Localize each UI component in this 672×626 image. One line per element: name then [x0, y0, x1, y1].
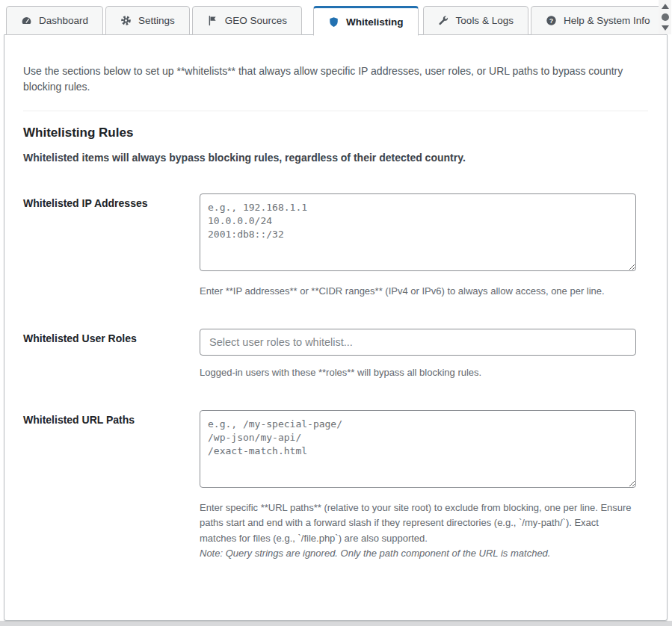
tab-geo-sources[interactable]: GEO Sources	[192, 6, 302, 35]
ip-addresses-row: Whitelisted IP Addresses Enter **IP addr…	[23, 193, 648, 299]
user-roles-help: Logged-in users with these **roles** wil…	[200, 365, 636, 380]
url-paths-row: Whitelisted URL Paths Enter specific **U…	[23, 410, 648, 561]
scrollbar-thumb[interactable]	[662, 13, 669, 21]
tab-bar: Dashboard Settings GEO Sources Whitelist…	[6, 6, 650, 35]
tab-whitelisting[interactable]: Whitelisting	[313, 6, 419, 36]
tab-label: GEO Sources	[225, 15, 287, 26]
tab-label: Tools & Logs	[456, 15, 514, 26]
flag-icon	[207, 15, 218, 26]
wrench-icon	[438, 15, 449, 26]
tab-label: Whitelisting	[346, 16, 404, 28]
ip-addresses-textarea[interactable]	[200, 193, 636, 271]
ip-addresses-help: Enter **IP addresses** or **CIDR ranges*…	[200, 284, 636, 299]
scroll-down-arrow-icon[interactable]	[662, 25, 669, 31]
gear-icon	[120, 15, 132, 26]
tab-dashboard[interactable]: Dashboard	[6, 6, 103, 35]
url-paths-help: Enter specific **URL paths** (relative t…	[200, 501, 636, 561]
url-paths-textarea[interactable]	[200, 410, 636, 488]
intro-text: Use the sections below to set up **white…	[23, 63, 648, 111]
tab-label: Settings	[138, 15, 175, 26]
dashboard-icon	[21, 15, 32, 26]
user-roles-row: Whitelisted User Roles Logged-in users w…	[23, 329, 648, 380]
help-icon: ?	[546, 15, 557, 26]
section-description: Whitelisted items will always bypass blo…	[23, 152, 648, 164]
whitelisting-panel: Use the sections below to set up **white…	[4, 34, 668, 621]
tab-help-system-info[interactable]: ? Help & System Info	[531, 6, 665, 35]
shield-icon	[328, 16, 339, 28]
whitelisting-settings-page: Dashboard Settings GEO Sources Whitelist…	[0, 0, 672, 626]
section-title: Whitelisting Rules	[23, 125, 648, 140]
tab-label: Dashboard	[39, 15, 88, 26]
tab-settings[interactable]: Settings	[105, 6, 190, 35]
tab-tools-logs[interactable]: Tools & Logs	[423, 6, 528, 35]
ip-addresses-label: Whitelisted IP Addresses	[23, 193, 200, 299]
user-roles-input[interactable]	[200, 329, 636, 356]
tab-label: Help & System Info	[564, 15, 650, 26]
url-paths-label: Whitelisted URL Paths	[23, 410, 200, 561]
url-paths-help-text: Enter specific **URL paths** (relative t…	[200, 502, 632, 543]
svg-text:?: ?	[549, 17, 553, 25]
scrollbar[interactable]	[659, 0, 671, 34]
url-paths-note: Note: Query strings are ignored. Only th…	[200, 546, 636, 561]
scroll-up-arrow-icon[interactable]	[662, 4, 669, 9]
user-roles-label: Whitelisted User Roles	[23, 329, 200, 380]
